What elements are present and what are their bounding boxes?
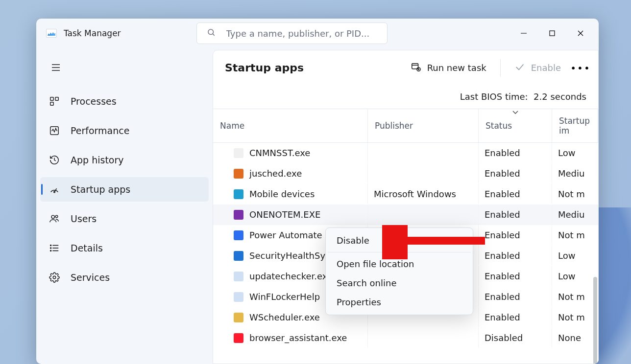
window-body: Processes Performance App history Startu… [36, 48, 599, 364]
task-manager-window: Task Manager [36, 19, 599, 364]
app-icon [46, 29, 57, 38]
cell-status: Enabled [479, 143, 552, 163]
cell-impact: Low [552, 246, 598, 266]
svg-point-20 [50, 245, 51, 246]
svg-point-21 [50, 248, 51, 249]
search-input[interactable] [226, 28, 377, 39]
history-icon [49, 155, 60, 165]
cell-status: Enabled [479, 184, 552, 204]
cell-status: Enabled [479, 225, 552, 245]
cell-name-text: CNMNSST.exe [249, 148, 310, 158]
search-box[interactable] [196, 23, 388, 44]
cell-impact: Mediu [552, 163, 598, 183]
cell-name-text: WinFLockerHelp [249, 292, 320, 302]
sidebar-item-processes[interactable]: Processes [40, 89, 209, 114]
svg-point-0 [208, 29, 214, 35]
cell-impact: Not m [552, 307, 598, 327]
cell-status: Disabled [479, 328, 552, 348]
close-button[interactable] [566, 23, 595, 43]
header-divider [500, 59, 501, 77]
col-impact[interactable]: Startup im [552, 109, 598, 142]
more-button[interactable]: ••• [572, 59, 589, 77]
sidebar-item-label: Services [71, 272, 110, 283]
run-task-icon [411, 62, 421, 74]
cell-impact: Low [552, 143, 598, 163]
sidebar-item-startup-apps[interactable]: Startup apps [40, 177, 209, 202]
cell-publisher [368, 328, 479, 348]
sidebar: Processes Performance App history Startu… [36, 48, 213, 364]
enable-button[interactable]: Enable [509, 59, 567, 77]
cell-status: Enabled [479, 307, 552, 327]
table-row[interactable]: ONENOTEM.EXEEnabledMediu [213, 205, 598, 225]
hamburger-button[interactable] [46, 58, 66, 77]
cell-name: browser_assistant.exe [213, 328, 368, 348]
col-publisher[interactable]: Publisher [368, 109, 479, 142]
cell-publisher [368, 143, 479, 163]
sidebar-item-users[interactable]: Users [40, 206, 209, 231]
table-row[interactable]: CNMNSST.exeEnabledLow [213, 143, 598, 163]
maximize-button[interactable] [538, 23, 566, 43]
col-name[interactable]: Name [213, 109, 368, 142]
bios-time-row: Last BIOS time: 2.2 seconds [213, 86, 598, 109]
table-row[interactable]: jusched.exeEnabledMediu [213, 163, 598, 184]
context-menu: Disable Open file location Search online… [325, 228, 473, 315]
list-icon [49, 243, 60, 253]
app-row-icon [234, 292, 243, 302]
cell-impact: Mediu [552, 205, 598, 225]
run-new-task-button[interactable]: Run new task [405, 59, 492, 77]
users-icon [49, 213, 60, 224]
app-row-icon [234, 169, 243, 179]
cell-status: Enabled [479, 246, 552, 266]
page-title: Startup apps [225, 62, 304, 74]
more-icon: ••• [570, 62, 590, 74]
titlebar: Task Manager [36, 19, 599, 48]
svg-point-15 [51, 215, 54, 218]
svg-rect-3 [550, 31, 555, 36]
cell-status: Enabled [479, 205, 552, 225]
gauge-icon [49, 184, 60, 195]
cell-impact: Not m [552, 287, 598, 307]
cell-impact: Low [552, 266, 598, 286]
context-menu-properties[interactable]: Properties [326, 293, 473, 312]
cell-name: jusched.exe [213, 163, 368, 183]
search-icon [207, 28, 216, 39]
sidebar-item-app-history[interactable]: App history [40, 148, 209, 172]
cell-name-text: SecurityHealthSys [249, 250, 330, 261]
cell-name-text: browser_assistant.exe [249, 333, 347, 343]
cell-status: Enabled [479, 287, 552, 307]
context-menu-separator [328, 252, 471, 252]
app-row-icon [234, 251, 243, 261]
context-menu-search-online[interactable]: Search online [326, 273, 473, 293]
content-header: Startup apps Run new task Enable ••• [213, 50, 598, 86]
sidebar-item-label: Details [71, 243, 103, 253]
cell-name-text: Mobile devices [249, 189, 315, 199]
cell-name-text: WScheduler.exe [249, 312, 320, 322]
run-new-task-label: Run new task [427, 63, 486, 73]
minimize-button[interactable] [510, 23, 538, 43]
svg-point-23 [53, 276, 56, 279]
sidebar-item-performance[interactable]: Performance [40, 118, 209, 143]
app-row-icon [234, 210, 243, 220]
cell-status: Enabled [479, 163, 552, 183]
vertical-scrollbar[interactable] [593, 277, 597, 364]
sidebar-item-label: Performance [71, 125, 129, 136]
sidebar-item-label: App history [71, 155, 124, 165]
sidebar-item-details[interactable]: Details [40, 236, 209, 260]
cell-impact: Not m [552, 184, 598, 204]
table-row[interactable]: browser_assistant.exeDisabledNone [213, 328, 598, 348]
context-menu-disable[interactable]: Disable [326, 231, 473, 250]
app-row-icon [234, 189, 243, 199]
table-header: Name Publisher Status Startup im [213, 109, 598, 143]
cell-name-text: jusched.exe [249, 168, 302, 179]
cell-impact: None [552, 328, 598, 348]
sidebar-item-services[interactable]: Services [40, 265, 209, 290]
svg-line-1 [213, 34, 214, 35]
svg-rect-11 [50, 102, 53, 105]
cell-name: CNMNSST.exe [213, 143, 368, 163]
bios-label: Last BIOS time: [460, 91, 528, 102]
enable-label: Enable [531, 63, 561, 73]
context-menu-open-location[interactable]: Open file location [326, 254, 473, 273]
cell-name: ONENOTEM.EXE [213, 205, 368, 225]
sidebar-item-label: Startup apps [71, 184, 130, 195]
table-row[interactable]: Mobile devicesMicrosoft WindowsEnabledNo… [213, 184, 598, 205]
